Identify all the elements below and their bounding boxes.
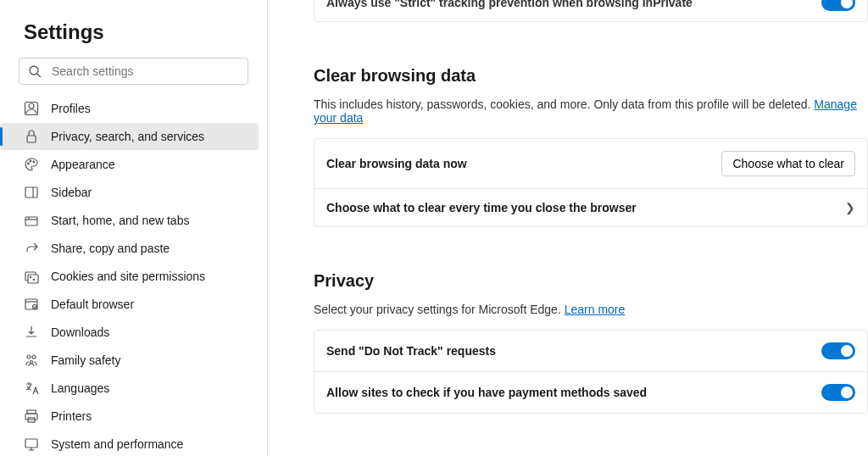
- svg-point-2: [29, 103, 34, 108]
- nav-privacy[interactable]: Privacy, search, and services: [0, 123, 259, 150]
- nav-appearance[interactable]: Appearance: [0, 151, 259, 178]
- dnt-toggle[interactable]: [821, 342, 855, 359]
- privacy-section: Privacy Select your privacy settings for…: [314, 271, 868, 414]
- nav-label: System and performance: [51, 437, 183, 451]
- nav-label: Cookies and site permissions: [51, 270, 205, 283]
- share-icon: [24, 241, 39, 256]
- svg-point-7: [33, 161, 35, 163]
- svg-line-1: [37, 74, 41, 77]
- nav-profiles[interactable]: Profiles: [0, 95, 259, 122]
- nav-label: Profiles: [51, 102, 91, 115]
- settings-nav: Profiles Privacy, search, and services A…: [0, 95, 267, 456]
- settings-sidebar: Settings Profiles Privacy, search, and s…: [0, 0, 267, 456]
- clear-data-desc: This includes history, passwords, cookie…: [314, 97, 868, 125]
- languages-icon: [24, 381, 39, 396]
- privacy-desc-text: Select your privacy settings for Microso…: [314, 303, 565, 316]
- svg-point-20: [27, 355, 31, 359]
- clear-browsing-data-section: Clear browsing data This includes histor…: [314, 66, 868, 227]
- strict-tracking-row: Always use "Strict" tracking prevention …: [314, 0, 868, 22]
- nav-downloads[interactable]: Downloads: [0, 319, 259, 346]
- settings-title: Settings: [0, 14, 267, 58]
- svg-rect-24: [25, 414, 37, 420]
- nav-sidebar[interactable]: Sidebar: [0, 179, 259, 206]
- nav-default-browser[interactable]: Default browser: [0, 291, 259, 318]
- strict-tracking-label: Always use "Strict" tracking prevention …: [326, 0, 693, 9]
- nav-family[interactable]: Family safety: [0, 347, 259, 374]
- nav-label: Printers: [51, 409, 92, 423]
- clear-data-now-label: Clear browsing data now: [326, 157, 467, 170]
- privacy-card: Send "Do Not Track" requests Allow sites…: [314, 330, 868, 414]
- browser-icon: [24, 297, 39, 312]
- svg-point-21: [32, 355, 36, 359]
- svg-point-15: [30, 276, 31, 277]
- nav-label: Start, home, and new tabs: [51, 214, 189, 227]
- nav-label: Appearance: [51, 158, 115, 171]
- svg-rect-10: [25, 217, 37, 225]
- svg-rect-26: [25, 439, 37, 448]
- nav-cookies[interactable]: Cookies and site permissions: [0, 263, 259, 290]
- clear-on-close-row[interactable]: Choose what to clear every time you clos…: [314, 188, 867, 226]
- settings-content: Always use "Strict" tracking prevention …: [268, 0, 868, 456]
- svg-point-6: [30, 160, 31, 162]
- cookies-icon: [24, 269, 39, 284]
- svg-rect-23: [27, 410, 36, 414]
- svg-point-22: [31, 361, 33, 364]
- privacy-learn-more-link[interactable]: Learn more: [565, 303, 626, 316]
- search-icon: [28, 64, 42, 78]
- chevron-right-icon: ❯: [845, 201, 855, 214]
- dnt-label: Send "Do Not Track" requests: [326, 344, 496, 358]
- nav-label: Languages: [51, 381, 109, 395]
- appearance-icon: [24, 157, 39, 172]
- nav-languages[interactable]: Languages: [0, 375, 259, 402]
- svg-rect-4: [27, 136, 36, 142]
- strict-tracking-toggle[interactable]: [821, 0, 855, 11]
- printer-icon: [24, 409, 39, 424]
- dnt-row: Send "Do Not Track" requests: [314, 331, 867, 371]
- clear-data-heading: Clear browsing data: [314, 66, 868, 86]
- search-settings-box[interactable]: [19, 58, 248, 85]
- payment-check-label: Allow sites to check if you have payment…: [326, 386, 647, 399]
- privacy-heading: Privacy: [314, 271, 868, 291]
- nav-label: Privacy, search, and services: [51, 130, 204, 143]
- clear-data-desc-text: This includes history, passwords, cookie…: [314, 97, 814, 111]
- nav-label: Sidebar: [51, 186, 92, 199]
- nav-label: Share, copy and paste: [51, 242, 170, 255]
- nav-label: Default browser: [51, 298, 134, 311]
- payment-check-toggle[interactable]: [821, 384, 855, 401]
- svg-rect-8: [25, 187, 37, 197]
- nav-label: Downloads: [51, 325, 109, 339]
- family-icon: [24, 353, 39, 368]
- nav-start-home[interactable]: Start, home, and new tabs: [0, 207, 259, 234]
- tabs-icon: [24, 213, 39, 228]
- svg-point-5: [28, 163, 30, 164]
- profiles-icon: [24, 101, 39, 116]
- search-settings-input[interactable]: [52, 64, 239, 78]
- nav-label: Family safety: [51, 353, 120, 367]
- nav-share[interactable]: Share, copy and paste: [0, 235, 259, 262]
- clear-data-now-row: Clear browsing data now Choose what to c…: [314, 139, 867, 188]
- svg-point-0: [30, 66, 38, 75]
- payment-check-row: Allow sites to check if you have payment…: [314, 371, 867, 413]
- nav-printers[interactable]: Printers: [0, 403, 259, 430]
- svg-point-16: [33, 279, 34, 280]
- nav-system[interactable]: System and performance: [0, 431, 259, 456]
- clear-on-close-label: Choose what to clear every time you clos…: [326, 201, 637, 214]
- download-icon: [24, 325, 39, 340]
- sidebar-icon: [24, 185, 39, 200]
- privacy-desc: Select your privacy settings for Microso…: [314, 303, 868, 316]
- choose-what-to-clear-button[interactable]: Choose what to clear: [721, 151, 855, 176]
- system-icon: [24, 437, 39, 452]
- svg-rect-14: [28, 275, 38, 283]
- lock-icon: [24, 129, 39, 144]
- clear-data-card: Clear browsing data now Choose what to c…: [314, 138, 868, 227]
